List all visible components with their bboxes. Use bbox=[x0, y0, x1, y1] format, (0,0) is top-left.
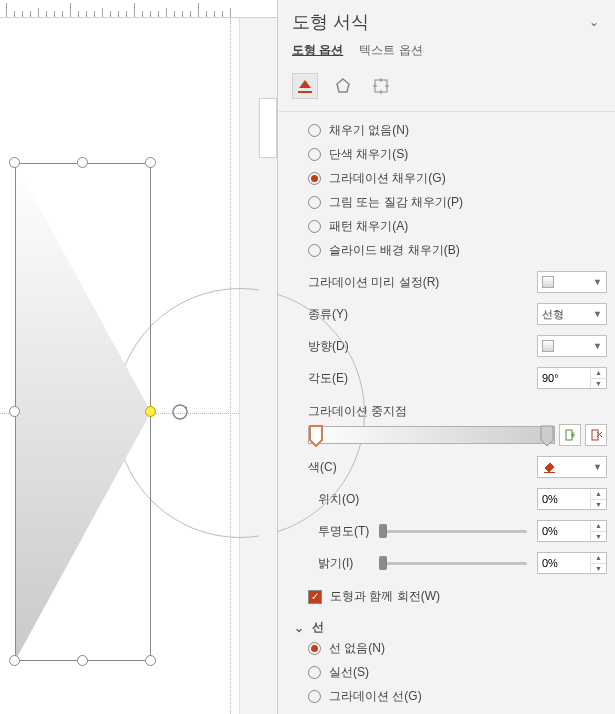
fill-options: 채우기 없음(N) 단색 채우기(S) 그라데이션 채우기(G) 그림 또는 질… bbox=[308, 122, 613, 259]
opt-label: 선 없음(N) bbox=[329, 640, 385, 657]
rotate-with-shape-label: 도형과 함께 회전(W) bbox=[330, 588, 440, 605]
checkbox-icon: ✓ bbox=[308, 590, 322, 604]
stop-color-label: 색(C) bbox=[308, 459, 337, 476]
resize-handle[interactable] bbox=[9, 157, 20, 168]
scrollbar-thumb[interactable] bbox=[259, 98, 277, 158]
section-line-label: 선 bbox=[312, 619, 324, 636]
brightness-spinner[interactable]: ▲▼ bbox=[537, 552, 607, 574]
chevron-down-icon: ⌄ bbox=[294, 621, 308, 635]
fill-slide-bg[interactable]: 슬라이드 배경 채우기(B) bbox=[308, 242, 613, 259]
gradient-angle-label: 각도(E) bbox=[308, 370, 348, 387]
gradient-direction-combo[interactable]: ▼ bbox=[537, 335, 607, 357]
resize-handle[interactable] bbox=[145, 157, 156, 168]
spin-down-icon[interactable]: ▼ bbox=[591, 379, 606, 389]
rotate-with-shape[interactable]: ✓ 도형과 함께 회전(W) bbox=[308, 588, 613, 605]
spin-down-icon[interactable]: ▼ bbox=[591, 564, 606, 574]
slider-thumb[interactable] bbox=[379, 556, 387, 570]
remove-gradient-stop[interactable] bbox=[585, 424, 607, 446]
transparency-label: 투명도(T) bbox=[318, 523, 373, 540]
adjust-handle[interactable] bbox=[145, 406, 156, 417]
resize-handle[interactable] bbox=[9, 655, 20, 666]
line-none[interactable]: 선 없음(N) bbox=[308, 640, 613, 657]
slider-thumb[interactable] bbox=[379, 524, 387, 538]
horizontal-ruler[interactable] bbox=[0, 0, 277, 18]
selected-shape[interactable] bbox=[15, 163, 151, 661]
fill-line-icon[interactable] bbox=[292, 73, 318, 99]
gradient-stop[interactable] bbox=[309, 425, 323, 447]
transparency-spinner[interactable]: ▲▼ bbox=[537, 520, 607, 542]
spin-down-icon[interactable]: ▼ bbox=[591, 532, 606, 542]
brightness-input[interactable] bbox=[538, 553, 590, 573]
line-gradient[interactable]: 그라데이션 선(G) bbox=[308, 688, 613, 705]
gradient-type-value: 선형 bbox=[542, 307, 564, 322]
line-options: 선 없음(N) 실선(S) 그라데이션 선(G) bbox=[308, 640, 613, 705]
stop-position-label: 위치(O) bbox=[318, 491, 373, 508]
tab-text-options[interactable]: 텍스트 옵션 bbox=[359, 42, 422, 59]
spin-up-icon[interactable]: ▲ bbox=[591, 489, 606, 500]
spin-down-icon[interactable]: ▼ bbox=[591, 500, 606, 510]
line-solid[interactable]: 실선(S) bbox=[308, 664, 613, 681]
transparency-input[interactable] bbox=[538, 521, 590, 541]
transparency-slider[interactable] bbox=[383, 521, 527, 541]
size-properties-icon[interactable] bbox=[368, 73, 394, 99]
resize-handle[interactable] bbox=[77, 157, 88, 168]
preset-gradient-label: 그라데이션 미리 설정(R) bbox=[308, 274, 439, 291]
stop-position-spinner[interactable]: ▲▼ bbox=[537, 488, 607, 510]
brightness-slider[interactable] bbox=[383, 553, 527, 573]
panel-title: 도형 서식 bbox=[292, 10, 369, 34]
gradient-angle-input[interactable] bbox=[538, 368, 590, 388]
gradient-direction-label: 방향(D) bbox=[308, 338, 349, 355]
paint-bucket-icon bbox=[542, 460, 556, 474]
slide-surface[interactable] bbox=[0, 18, 240, 714]
spin-up-icon[interactable]: ▲ bbox=[591, 553, 606, 564]
add-gradient-stop[interactable] bbox=[559, 424, 581, 446]
opt-label: 패턴 채우기(A) bbox=[329, 218, 408, 235]
effects-icon[interactable] bbox=[330, 73, 356, 99]
svg-rect-8 bbox=[544, 472, 555, 473]
svg-rect-3 bbox=[298, 91, 312, 93]
section-line[interactable]: ⌄ 선 bbox=[294, 619, 613, 636]
opt-label: 슬라이드 배경 채우기(B) bbox=[329, 242, 460, 259]
collapse-panel-icon[interactable]: ⌄ bbox=[587, 15, 601, 29]
vertical-scrollbar[interactable] bbox=[259, 18, 277, 714]
gradient-stops-label: 그라데이션 중지점 bbox=[308, 403, 613, 420]
stop-color-combo[interactable]: ▼ bbox=[537, 456, 607, 478]
fill-solid[interactable]: 단색 채우기(S) bbox=[308, 146, 613, 163]
svg-marker-0 bbox=[15, 163, 151, 661]
resize-handle[interactable] bbox=[9, 406, 20, 417]
fill-gradient[interactable]: 그라데이션 채우기(G) bbox=[308, 170, 613, 187]
svg-marker-4 bbox=[337, 79, 349, 92]
tab-shape-options[interactable]: 도형 옵션 bbox=[292, 42, 343, 59]
gradient-type-combo[interactable]: 선형▼ bbox=[537, 303, 607, 325]
opt-label: 그라데이션 선(G) bbox=[329, 688, 422, 705]
gradient-type-label: 종류(Y) bbox=[308, 306, 348, 323]
gradient-angle-spinner[interactable]: ▲▼ bbox=[537, 367, 607, 389]
opt-label: 그라데이션 채우기(G) bbox=[329, 170, 446, 187]
opt-label: 채우기 없음(N) bbox=[329, 122, 409, 139]
preset-gradient-combo[interactable]: ▼ bbox=[537, 271, 607, 293]
spin-up-icon[interactable]: ▲ bbox=[591, 368, 606, 379]
opt-label: 그림 또는 질감 채우기(P) bbox=[329, 194, 463, 211]
resize-handle[interactable] bbox=[77, 655, 88, 666]
gradient-stops-track[interactable] bbox=[308, 426, 555, 444]
svg-point-2 bbox=[173, 405, 187, 419]
svg-rect-7 bbox=[592, 430, 598, 440]
fill-none[interactable]: 채우기 없음(N) bbox=[308, 122, 613, 139]
fill-picture[interactable]: 그림 또는 질감 채우기(P) bbox=[308, 194, 613, 211]
fill-pattern[interactable]: 패턴 채우기(A) bbox=[308, 218, 613, 235]
slide-canvas[interactable] bbox=[0, 0, 278, 714]
brightness-label: 밝기(I) bbox=[318, 555, 373, 572]
rotate-handle[interactable] bbox=[171, 403, 189, 421]
resize-handle[interactable] bbox=[145, 655, 156, 666]
stop-position-input[interactable] bbox=[538, 489, 590, 509]
opt-label: 단색 채우기(S) bbox=[329, 146, 408, 163]
opt-label: 실선(S) bbox=[329, 664, 369, 681]
format-shape-panel: 도형 서식 ⌄ 도형 옵션 텍스트 옵션 채우기 없음(N) 단색 채우기(S) bbox=[278, 0, 615, 714]
gradient-stop[interactable] bbox=[540, 425, 554, 447]
spin-up-icon[interactable]: ▲ bbox=[591, 521, 606, 532]
